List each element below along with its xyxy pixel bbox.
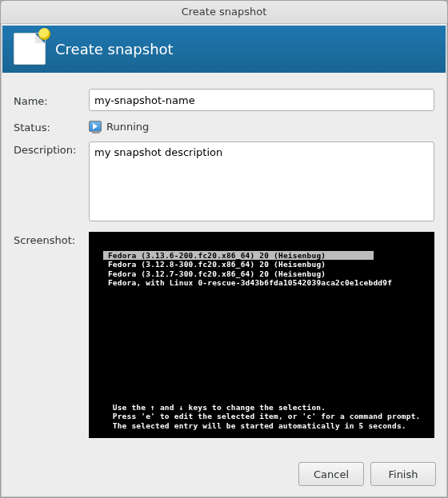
description-label: Description: [14, 141, 89, 156]
description-input[interactable] [89, 141, 434, 221]
description-row: Description: [14, 141, 434, 224]
snapshot-icon [14, 33, 46, 65]
window-title: Create snapshot [182, 6, 267, 18]
screenshot-label: Screenshot: [14, 232, 89, 246]
screenshot-row: Screenshot: Fedora (3.13.6-200.fc20.x86_… [14, 232, 434, 438]
boot-menu: Fedora (3.13.6-200.fc20.x86_64) 20 (Heis… [98, 248, 428, 288]
form: Name: Status: Running Description: Scree… [1, 74, 447, 454]
name-row: Name: [14, 89, 434, 111]
status-row: Status: Running [14, 119, 434, 133]
dialog-window: Create snapshot Create snapshot Name: St… [0, 0, 448, 498]
screenshot-preview: Fedora (3.13.6-200.fc20.x86_64) 20 (Heis… [89, 232, 434, 438]
finish-button[interactable]: Finish [370, 462, 436, 486]
boot-hint: Use the ↑ and ↓ keys to change the selec… [98, 403, 428, 430]
cancel-button[interactable]: Cancel [298, 462, 364, 486]
boot-entry: Fedora (3.12.7-300.fc20.x86_64) 20 (Heis… [103, 269, 428, 278]
boot-entry: Fedora, with Linux 0-rescue-3d43b6fda105… [103, 278, 428, 287]
boot-entry: Fedora (3.13.6-200.fc20.x86_64) 20 (Heis… [103, 251, 374, 260]
titlebar[interactable]: Create snapshot [1, 1, 447, 24]
banner-title: Create snapshot [55, 41, 174, 58]
name-label: Name: [14, 93, 89, 107]
monitor-running-icon [89, 121, 102, 132]
button-bar: Cancel Finish [1, 454, 447, 497]
status-value: Running [106, 121, 149, 133]
boot-entry: Fedora (3.12.8-300.fc20.x86_64) 20 (Heis… [103, 260, 428, 269]
name-input[interactable] [89, 89, 434, 111]
banner: Create snapshot [2, 26, 446, 73]
status-label: Status: [14, 119, 89, 133]
